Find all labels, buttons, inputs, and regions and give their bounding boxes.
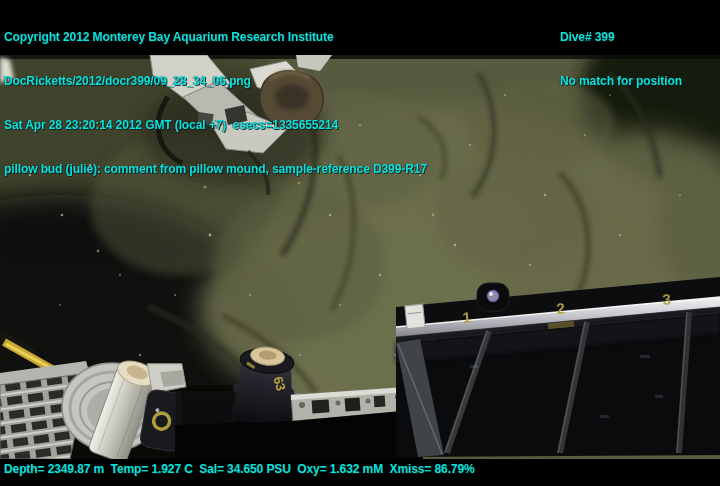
overlay-annotation-line: pillow bud (julie): comment from pillow … [4, 162, 427, 177]
overlay-filepath-line: DocRicketts/2012/docr399/09_28_34_06.png [4, 74, 427, 89]
sample-drawer: 1 2 3 [396, 277, 720, 457]
drawer-white-plate [405, 304, 425, 329]
overlay-position-status: No match for position [560, 74, 682, 89]
header-overlay: Copyright 2012 Monterey Bay Aquarium Res… [4, 1, 427, 205]
header-overlay-right: Dive# 399 No match for position [560, 1, 682, 118]
telemetry-readout: Depth= 2349.87 m Temp= 1.927 C Sal= 34.6… [4, 462, 475, 477]
drawer-compartment-label-3: 3 [662, 290, 672, 308]
overlay-dive-number: Dive# 399 [560, 30, 682, 45]
drawer-compartment-label-2: 2 [556, 299, 566, 317]
drawer-hinge-tab [477, 283, 509, 311]
video-frame: 63 [0, 0, 720, 486]
overlay-timestamp-line: Sat Apr 28 23:20:14 2012 GMT (local +7) … [4, 118, 427, 133]
drawer-compartment-label-1: 1 [462, 308, 472, 326]
overlay-copyright-line: Copyright 2012 Monterey Bay Aquarium Res… [4, 30, 427, 45]
